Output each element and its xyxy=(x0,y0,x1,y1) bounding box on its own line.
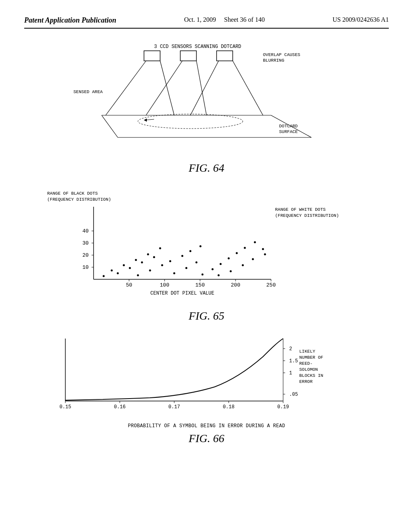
dot-b9 xyxy=(153,256,155,258)
fig65-ylabel1: 10 xyxy=(82,264,89,270)
dot-b5 xyxy=(129,267,131,269)
dot-m3 xyxy=(161,264,163,266)
fig65-right-annot1: RANGE OF WHITE DOTS xyxy=(275,207,326,212)
page-header: Patent Application Publication Oct. 1, 2… xyxy=(24,16,389,29)
fig66-right-annot1: LIKELY xyxy=(299,349,315,354)
sensor1-left-line xyxy=(106,61,146,115)
sensor3-left-line xyxy=(190,61,219,115)
dot-m7 xyxy=(200,245,202,247)
fig64-diagram: 3 CCD SENSORS SCANNING DOTCARD OVERLAP C… xyxy=(24,41,389,158)
sensor2-left-line xyxy=(146,61,182,115)
fig66-right-annot6: ERROR xyxy=(299,379,313,384)
dot-w6 xyxy=(244,247,246,249)
dot-w12 xyxy=(252,258,254,260)
sensor1-right-line xyxy=(160,61,174,115)
fig66-right-annot4: SOLOMON xyxy=(299,367,318,372)
sheet-label: Sheet 36 of 140 xyxy=(224,16,265,23)
dot-m2 xyxy=(149,270,151,272)
dot-m1 xyxy=(137,274,139,276)
date-label: Oct. 1, 2009 xyxy=(184,16,216,23)
dot-w7 xyxy=(254,241,256,243)
dotcard-label1: DOTCARD xyxy=(279,124,298,129)
dot-b8 xyxy=(147,254,149,256)
dot-w13 xyxy=(264,254,266,256)
fig66-label: FIG. 66 xyxy=(24,432,389,445)
fig65-ylabel2: 20 xyxy=(82,252,89,258)
sensor2 xyxy=(180,51,196,61)
dot-w3 xyxy=(220,263,222,265)
dotcard-label2: SURFACE xyxy=(279,129,298,134)
fig66-xlabel5: 0.19 xyxy=(277,404,289,410)
fig66-curve xyxy=(65,339,283,400)
fig65-xlabel1: 50 xyxy=(126,282,132,288)
fig66-xlabel3: 0.17 xyxy=(169,404,180,410)
overlap-label1: OVERLAP CAUSES xyxy=(263,52,300,57)
dot-m6 xyxy=(190,250,192,252)
ellipse-arrowhead xyxy=(144,118,147,122)
fig65-left-annot2: (FREQUENCY DISTRIBUTION) xyxy=(47,197,111,202)
fig66-xlabel2: 0.16 xyxy=(114,404,126,410)
sensor2-right-line xyxy=(196,61,206,115)
sensor3 xyxy=(217,51,233,61)
fig65-right-annot2: (FREQUENCY DISTRIBUTION) xyxy=(275,213,339,218)
dot-w8 xyxy=(262,248,264,250)
dot-b10 xyxy=(159,247,161,249)
dot-m4 xyxy=(169,260,171,262)
fig65-xlabel2: 100 xyxy=(160,282,169,288)
dot-w11 xyxy=(242,264,244,266)
fig66-diagram: .05 1 1.5 2 LIKELY NUMBER OF REED- SOLOM… xyxy=(33,330,380,427)
fig64-svg: 3 CCD SENSORS SCANNING DOTCARD OVERLAP C… xyxy=(65,41,348,154)
fig66-ylabel4: 2 xyxy=(289,346,292,352)
dot-m10 xyxy=(196,262,198,264)
fig65-xaxis-label: CENTER DOT PIXEL VALUE xyxy=(150,291,214,296)
fig65-diagram: RANGE OF BLACK DOTS (FREQUENCY DISTRIBUT… xyxy=(45,183,368,308)
fig65-xlabel3: 150 xyxy=(195,282,204,288)
sensed-area-label: SENSED AREA xyxy=(73,89,103,94)
fig64-title-text: 3 CCD SENSORS SCANNING DOTCARD xyxy=(154,44,241,50)
dot-b7 xyxy=(141,262,143,264)
fig65-left-annot1: RANGE OF BLACK DOTS xyxy=(47,191,98,196)
dot-w4 xyxy=(228,258,230,260)
fig66-xlabel1: 0.15 xyxy=(60,404,71,410)
fig65-svg: RANGE OF BLACK DOTS (FREQUENCY DISTRIBUT… xyxy=(45,183,368,303)
fig66-right-annot5: BLOCKS IN xyxy=(299,373,323,378)
dot-w1 xyxy=(202,274,204,276)
page: Patent Application Publication Oct. 1, 2… xyxy=(0,0,413,532)
dot-b4 xyxy=(123,264,125,266)
dot-m5 xyxy=(181,255,184,257)
dot-w2 xyxy=(212,268,214,270)
dot-m8 xyxy=(173,272,175,274)
publication-label: Patent Application Publication xyxy=(24,16,116,25)
fig66-right-annot2: NUMBER OF xyxy=(299,355,323,360)
dot-b3 xyxy=(117,272,119,274)
surface-left-edge xyxy=(102,115,118,137)
dot-w5 xyxy=(236,252,238,254)
fig66-svg: .05 1 1.5 2 LIKELY NUMBER OF REED- SOLOM… xyxy=(33,330,380,423)
header-center: Oct. 1, 2009 Sheet 36 of 140 xyxy=(184,16,265,23)
fig66-ylabel2: 1 xyxy=(289,370,292,376)
dot-w10 xyxy=(230,270,232,272)
fig65-ylabel3: 30 xyxy=(82,240,89,246)
scan-ellipse xyxy=(138,114,243,129)
fig66-ylabel1: .05 xyxy=(289,392,298,397)
dot-b2 xyxy=(111,270,113,272)
dot-w9 xyxy=(218,274,220,276)
dot-b6 xyxy=(135,259,137,261)
fig66-ylabel3: 1.5 xyxy=(289,358,298,364)
patent-number: US 2009/0242636 A1 xyxy=(332,16,389,23)
overlap-label2: BLURRING xyxy=(263,58,284,63)
fig65-xlabel5: 250 xyxy=(266,282,275,288)
fig65-ylabel4: 40 xyxy=(82,228,89,234)
dot-b1 xyxy=(103,275,105,277)
fig66-xlabel4: 0.18 xyxy=(223,404,235,410)
sensor3-right-line xyxy=(233,61,263,115)
fig66-right-annot3: REED- xyxy=(299,361,313,366)
dot-m9 xyxy=(186,267,188,269)
fig65-label: FIG. 65 xyxy=(24,310,389,322)
fig64-label: FIG. 64 xyxy=(24,162,389,175)
sensor1 xyxy=(144,51,160,61)
fig65-xlabel4: 200 xyxy=(231,282,240,288)
